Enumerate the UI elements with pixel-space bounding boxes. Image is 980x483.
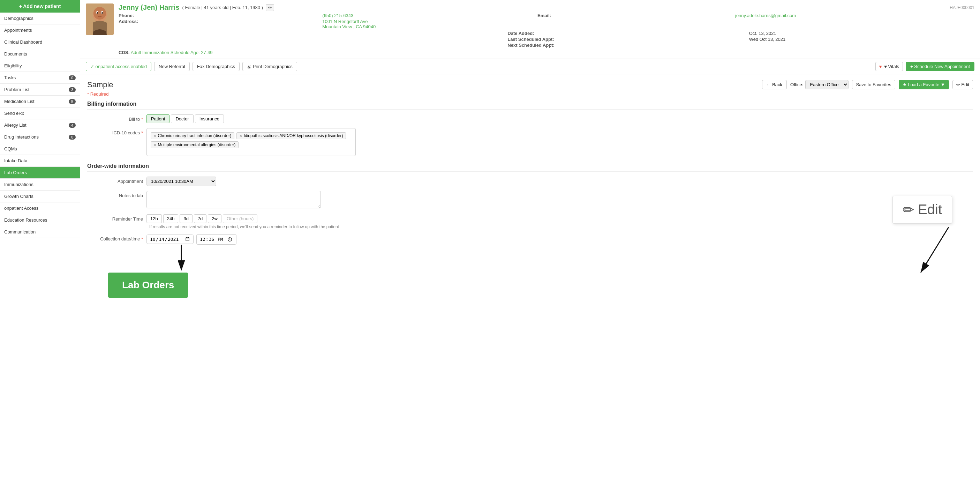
sidebar-item-label: Allergy List xyxy=(4,123,27,128)
notes-textarea[interactable] xyxy=(146,191,321,208)
fax-demographics-button[interactable]: Fax Demographics xyxy=(192,62,240,71)
add-patient-button[interactable]: + Add new patient xyxy=(0,0,80,13)
patient-address-line2[interactable]: Mountain View , CA 94040 xyxy=(322,24,375,29)
icd10-codes-box[interactable]: × Chronic urinary tract infection (disor… xyxy=(146,128,356,156)
pencil-icon: ✏ xyxy=(902,202,915,218)
sidebar-item-cqms[interactable]: CQMs xyxy=(0,143,80,155)
lab-orders-annotation-box: Lab Orders xyxy=(108,273,188,298)
icd-remove-button[interactable]: × xyxy=(154,143,156,147)
edit-button[interactable]: ✏ Edit xyxy=(953,80,973,89)
sidebar-item-medication-list[interactable]: Medication List5 xyxy=(0,96,80,107)
patient-email[interactable]: jenny.adele.harris@gmail.com xyxy=(735,13,974,18)
sidebar-item-problem-list[interactable]: Problem List3 xyxy=(0,84,80,96)
sidebar-item-demographics[interactable]: Demographics xyxy=(0,13,80,24)
email-label: Email: xyxy=(538,13,730,18)
patient-info-grid: Phone: (650) 215-6343 Email: jenny.adele… xyxy=(119,13,974,29)
reminder-option-button[interactable]: 12h xyxy=(146,214,162,223)
sidebar-item-label: Growth Charts xyxy=(4,194,33,199)
billing-section-title: Billing information xyxy=(87,101,973,110)
bill-to-label: Bill to * xyxy=(87,115,143,122)
bill-to-doctor-button[interactable]: Doctor xyxy=(171,115,193,123)
bill-to-patient-button[interactable]: Patient xyxy=(146,115,170,123)
new-referral-button[interactable]: New Referral xyxy=(154,62,190,71)
sidebar-item-communication[interactable]: Communication xyxy=(0,226,80,238)
office-select[interactable]: Eastern OfficeWestern OfficeCentral Offi… xyxy=(805,80,848,89)
patient-info: Jenny (Jen) Harris ( Female | 41 years o… xyxy=(119,3,974,55)
sidebar-item-drug-interactions[interactable]: Drug Interactions0 xyxy=(0,131,80,143)
sidebar-badge: 5 xyxy=(69,99,76,104)
sidebar-item-label: Documents xyxy=(4,51,27,57)
reminder-option-button[interactable]: Other (hours) xyxy=(223,214,258,223)
reminder-option-button[interactable]: 3d xyxy=(180,214,192,223)
appointment-label: Appointment xyxy=(87,177,143,184)
patient-address: 1001 N Rengstorff Ave Mountain View , CA… xyxy=(322,19,974,29)
collection-label: Collection date/time * xyxy=(87,234,143,241)
office-selector: Office: Eastern OfficeWestern OfficeCent… xyxy=(790,80,848,89)
patient-demographics: ( Female | 41 years old | Feb. 11, 1980 … xyxy=(182,5,263,10)
date-added-value: Oct. 13, 2021 xyxy=(749,31,974,36)
sidebar-item-immunizations[interactable]: Immunizations xyxy=(0,179,80,191)
main-content: Jenny (Jen) Harris ( Female | 41 years o… xyxy=(80,0,980,483)
icd-remove-button[interactable]: × xyxy=(240,134,242,138)
schedule-appointment-button[interactable]: + Schedule New Appointment xyxy=(906,62,974,71)
icd-remove-button[interactable]: × xyxy=(154,134,156,138)
sidebar-item-growth-charts[interactable]: Growth Charts xyxy=(0,191,80,202)
sidebar-item-tasks[interactable]: Tasks0 xyxy=(0,72,80,84)
sidebar-item-education-resources[interactable]: Education Resources xyxy=(0,214,80,226)
reminder-option-button[interactable]: 2w xyxy=(208,214,221,223)
sidebar-badge: 0 xyxy=(69,75,76,80)
patient-phone[interactable]: (650) 215-6343 xyxy=(322,13,532,18)
collection-date-input[interactable] xyxy=(146,234,194,244)
load-favorites-button[interactable]: ★ Load a Favorite ▼ xyxy=(899,80,949,89)
reminder-option-button[interactable]: 24h xyxy=(163,214,178,223)
sidebar-badge: 4 xyxy=(69,123,76,128)
sidebar-item-send-erx[interactable]: Send eRx xyxy=(0,107,80,120)
sidebar-item-allergy-list[interactable]: Allergy List4 xyxy=(0,120,80,131)
patient-meta-grid: Date Added: Oct. 13, 2021 Last Scheduled… xyxy=(119,31,974,48)
patient-address-line1[interactable]: 1001 N Rengstorff Ave xyxy=(322,19,368,24)
patient-id: HAJE000001 xyxy=(950,5,974,10)
sidebar-item-label: onpatient Access xyxy=(4,206,38,211)
sidebar-item-documents[interactable]: Documents xyxy=(0,48,80,60)
sidebar-item-appointments[interactable]: Appointments xyxy=(0,24,80,36)
action-bar: ✓ onpatient access enabled New Referral … xyxy=(80,59,980,74)
appointment-select[interactable]: 10/20/2021 10:30AM10/15/2021 9:00AM xyxy=(146,177,216,186)
notes-row: Notes to lab xyxy=(87,191,973,209)
svg-point-5 xyxy=(97,12,98,14)
sidebar-item-clinical-dashboard[interactable]: Clinical Dashboard xyxy=(0,36,80,48)
save-favorites-button[interactable]: Save to Favorites xyxy=(852,80,895,89)
cds-value[interactable]: Adult Immunization Schedule Age: 27-49 xyxy=(131,50,213,55)
collection-time-input[interactable] xyxy=(196,234,237,245)
notes-label: Notes to lab xyxy=(87,191,143,198)
svg-point-2 xyxy=(94,7,106,19)
patient-name: Jenny (Jen) Harris xyxy=(119,3,180,11)
bill-to-row: Bill to * Patient Doctor Insurance xyxy=(87,115,973,123)
reminder-option-button[interactable]: 7d xyxy=(194,214,207,223)
appointment-row: Appointment 10/20/2021 10:30AM10/15/2021… xyxy=(87,177,973,186)
sidebar-item-label: Communication xyxy=(4,229,36,234)
page-title: Sample xyxy=(87,80,113,89)
office-label: Office: xyxy=(790,82,803,87)
next-appt-value xyxy=(749,43,974,48)
icd-tag: × Multiple environmental allergies (diso… xyxy=(151,141,239,148)
bill-to-insurance-button[interactable]: Insurance xyxy=(195,115,224,123)
patient-edit-pencil-button[interactable]: ✏ xyxy=(266,4,274,11)
sidebar-item-label: Eligibility xyxy=(4,63,22,69)
sidebar-item-onpatient-access[interactable]: onpatient Access xyxy=(0,202,80,214)
print-demographics-button[interactable]: 🖨 Print Demographics xyxy=(242,62,297,71)
icd-tag: × Idiopathic scoliosis AND/OR kyphoscoli… xyxy=(237,132,346,139)
sidebar-nav: DemographicsAppointmentsClinical Dashboa… xyxy=(0,13,80,238)
sidebar-item-lab-orders[interactable]: Lab Orders xyxy=(0,167,80,179)
required-note: * Required xyxy=(87,91,973,97)
onpatient-access-button[interactable]: ✓ onpatient access enabled xyxy=(86,62,151,71)
phone-label: Phone: xyxy=(119,13,317,18)
sidebar-item-eligibility[interactable]: Eligibility xyxy=(0,60,80,72)
edit-annotation-box: ✏ Edit xyxy=(892,196,952,224)
heart-icon: ♥ xyxy=(879,64,882,69)
sidebar-item-intake-data[interactable]: Intake Data xyxy=(0,155,80,167)
icd10-label: ICD-10 codes * xyxy=(87,128,143,135)
back-button[interactable]: ← Back xyxy=(762,80,787,89)
sidebar-item-label: Demographics xyxy=(4,16,33,21)
vitals-button[interactable]: ♥ ♥ Vitals xyxy=(875,62,903,71)
collection-field xyxy=(146,234,356,245)
